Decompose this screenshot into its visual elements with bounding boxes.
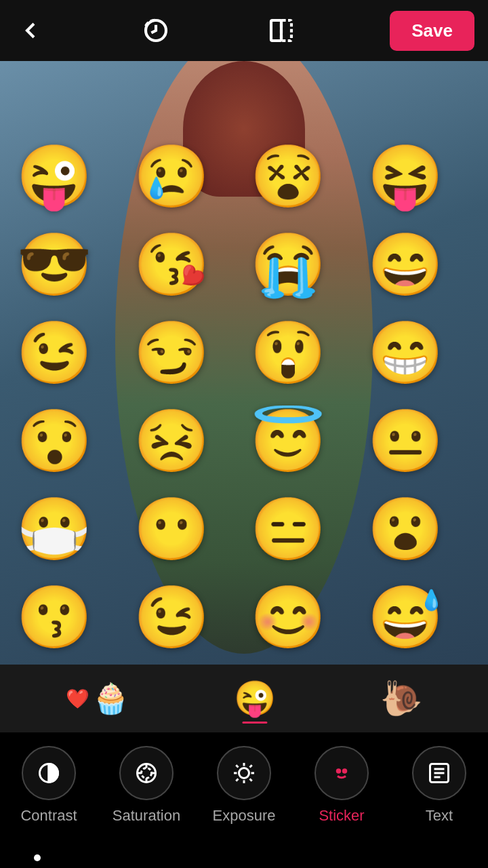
sticker-cat-emoji[interactable]: 😜 (234, 679, 276, 718)
svg-line-18 (236, 779, 238, 781)
svg-point-20 (337, 770, 340, 773)
saturation-label: Saturation (113, 807, 180, 825)
saturation-icon-circle (119, 746, 174, 800)
text-tool[interactable]: Text (399, 746, 480, 825)
toolbar: Contrast Saturation (0, 732, 488, 868)
emoji-13[interactable]: 😯 (14, 400, 95, 481)
emoji-24[interactable]: 😅 (365, 576, 446, 658)
emoji-2[interactable]: 😢 (131, 136, 212, 217)
contrast-tool[interactable]: Contrast (8, 746, 89, 825)
contrast-icon-circle (22, 746, 76, 800)
text-icon-circle (412, 746, 466, 800)
svg-point-21 (343, 770, 346, 773)
emoji-10[interactable]: 😏 (131, 312, 212, 393)
sticker-tool[interactable]: Sticker (301, 746, 382, 825)
text-label: Text (426, 807, 453, 825)
svg-point-6 (142, 768, 152, 778)
emoji-grid: 😜 😢 😵 😝 😎 😘 😭 😄 😉 😏 😲 😁 😯 😣 😇 😐 😷 😶 😑 😮 … (0, 129, 488, 685)
emoji-17[interactable]: 😷 (14, 488, 95, 570)
emoji-8[interactable]: 😄 (365, 224, 446, 305)
emoji-18[interactable]: 😶 (131, 488, 212, 570)
sticker-cat-hearts[interactable]: ❤️ 🧁 (66, 681, 129, 716)
emoji-20[interactable]: 😮 (365, 488, 446, 570)
sticker-category-bar: ❤️ 🧁 😜 🐌 (0, 665, 488, 732)
top-bar: Save (0, 0, 488, 61)
save-button[interactable]: Save (390, 11, 474, 51)
emoji-19[interactable]: 😑 (247, 488, 329, 570)
emoji-1[interactable]: 😜 (14, 136, 95, 217)
main-image: 😜 😢 😵 😝 😎 😘 😭 😄 😉 😏 😲 😁 😯 😣 😇 😐 😷 😶 😑 😮 … (0, 61, 488, 685)
back-button[interactable] (14, 14, 47, 47)
emoji-5[interactable]: 😎 (14, 224, 95, 305)
svg-line-19 (250, 765, 252, 767)
emoji-23[interactable]: 😊 (247, 576, 329, 658)
emoji-11[interactable]: 😲 (247, 312, 329, 393)
svg-line-17 (250, 779, 252, 781)
contrast-label: Contrast (20, 807, 77, 825)
exposure-icon-circle (217, 746, 271, 800)
emoji-14[interactable]: 😣 (131, 400, 212, 481)
animals-sticker-icon: 🐌 (380, 679, 422, 718)
emoji-22[interactable]: 😉 (131, 576, 212, 658)
sticker-icon-circle (314, 746, 369, 800)
active-sticker-icon: 😜 (234, 679, 276, 718)
svg-rect-1 (281, 20, 291, 41)
emoji-6[interactable]: 😘 (131, 224, 212, 305)
svg-point-11 (239, 768, 249, 778)
emoji-4[interactable]: 😝 (365, 136, 446, 217)
emoji-12[interactable]: 😁 (365, 312, 446, 393)
svg-rect-2 (271, 20, 281, 41)
saturation-tool[interactable]: Saturation (106, 746, 187, 825)
history-button[interactable] (139, 14, 173, 47)
emoji-9[interactable]: 😉 (14, 312, 95, 393)
compare-button[interactable] (264, 14, 298, 47)
emoji-7[interactable]: 😭 (247, 224, 329, 305)
sticker-label: Sticker (319, 807, 364, 825)
svg-line-16 (236, 765, 238, 767)
page-dot-indicator (34, 854, 41, 861)
emoji-21[interactable]: 😗 (14, 576, 95, 658)
sticker-cat-animals[interactable]: 🐌 (380, 679, 422, 718)
exposure-tool[interactable]: Exposure (203, 746, 285, 825)
exposure-label: Exposure (213, 807, 276, 825)
emoji-3[interactable]: 😵 (247, 136, 329, 217)
emoji-16[interactable]: 😐 (365, 400, 446, 481)
emoji-15[interactable]: 😇 (247, 400, 329, 481)
